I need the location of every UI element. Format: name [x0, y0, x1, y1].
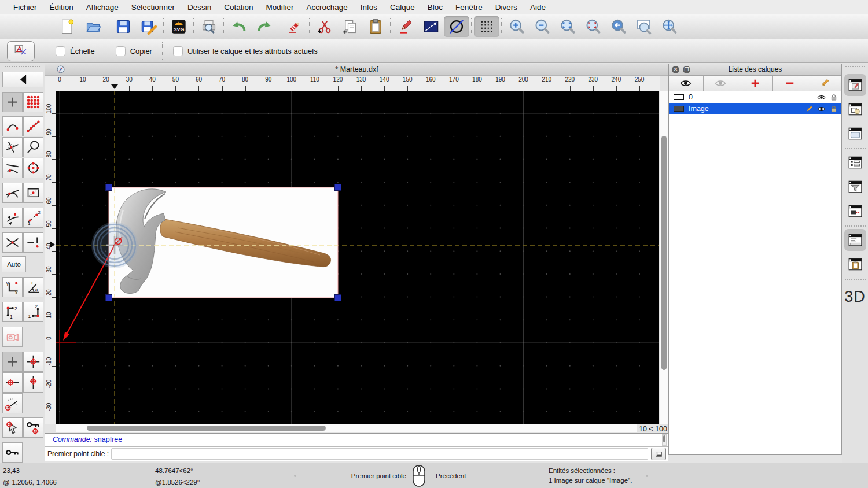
menu-item-modifier[interactable]: Modifier: [259, 3, 300, 12]
exclusive-snap-button[interactable]: [2, 327, 23, 347]
pen-palette-dock-button[interactable]: [844, 200, 866, 222]
draft-mode-button[interactable]: [444, 16, 469, 37]
hammer-image[interactable]: [56, 91, 659, 424]
snap-entity-handle-button[interactable]: [23, 137, 43, 157]
snap-free-button[interactable]: [2, 92, 23, 112]
toggle-all-visibility-button[interactable]: [669, 76, 704, 91]
close-panel-button[interactable]: ✕: [672, 66, 679, 73]
free-position-button[interactable]: [2, 352, 23, 372]
zoom-window-button[interactable]: [631, 16, 657, 37]
selection-handle-top-left[interactable]: [106, 184, 112, 191]
lock-button[interactable]: [2, 442, 23, 463]
option-checkbox-0[interactable]: Échelle: [56, 46, 95, 56]
grid-toggle-button[interactable]: [474, 16, 499, 37]
float-panel-button[interactable]: ❐: [683, 66, 690, 73]
save-as-button[interactable]: [136, 16, 161, 37]
menu-item-selectionner[interactable]: Sélectionner: [125, 3, 181, 12]
export-svg-button[interactable]: SVG: [166, 16, 192, 37]
snap-endpoints-button[interactable]: [2, 116, 23, 136]
auto-snap-button[interactable]: Auto: [2, 256, 26, 272]
edit-layer-button[interactable]: [807, 76, 841, 91]
restrict-horizontal-button[interactable]: [2, 372, 23, 393]
lock-relative-zero-button[interactable]: [23, 417, 43, 438]
explode-button[interactable]: [418, 16, 444, 37]
layer-list-dock-button[interactable]: [844, 74, 866, 96]
toolbar-drag-handle[interactable]: [845, 66, 865, 71]
restrict-directions-button[interactable]: [2, 208, 23, 228]
block-list-dock-button[interactable]: [844, 98, 866, 120]
menu-item-fichier[interactable]: Fichier: [7, 3, 43, 12]
add-layer-button[interactable]: [738, 76, 773, 91]
snap-intersection-button[interactable]: [2, 232, 23, 253]
selection-handle-bottom-right[interactable]: [335, 295, 341, 301]
zoom-previous-button[interactable]: [606, 16, 631, 37]
copy-button[interactable]: [337, 16, 363, 37]
clipboard-dock-button[interactable]: [844, 253, 866, 275]
new-document-button[interactable]: [55, 16, 80, 37]
relative-point-1-2-button[interactable]: 12: [2, 302, 23, 322]
selection-filter-dock-button[interactable]: [844, 176, 866, 198]
paste-button[interactable]: [363, 16, 388, 37]
snap-tangent-button[interactable]: [2, 183, 23, 203]
toggle-construction-visibility-button[interactable]: [704, 76, 738, 91]
undo-button[interactable]: [226, 16, 252, 37]
coordinates-cartesian-button[interactable]: yx: [2, 277, 23, 297]
zoom-in-button[interactable]: [504, 16, 529, 37]
layer-lock-icon[interactable]: [830, 105, 838, 113]
layer-lock-icon[interactable]: [830, 93, 838, 102]
menu-item-calque[interactable]: Calque: [384, 3, 421, 12]
zoom-selected-button[interactable]: [580, 16, 606, 37]
option-checkbox-1[interactable]: Copier: [116, 46, 152, 56]
layer-row-image[interactable]: Image: [669, 103, 841, 114]
zoom-auto-button[interactable]: [555, 16, 580, 37]
open-file-button[interactable]: [80, 16, 106, 37]
horizontal-scrollbar-thumb[interactable]: [87, 426, 326, 431]
menu-item-affichage[interactable]: Affichage: [80, 3, 125, 12]
layer-row-0[interactable]: 0: [669, 91, 841, 103]
command-history[interactable]: Commande: snapfree: [45, 433, 668, 447]
selection-handle-bottom-left[interactable]: [106, 295, 112, 301]
remove-layer-button[interactable]: [773, 76, 807, 91]
edit-attributes-button[interactable]: [393, 16, 418, 37]
horizontal-scrollbar[interactable]: [56, 424, 637, 432]
snap-grid-button[interactable]: [23, 92, 43, 112]
menu-item-divers[interactable]: Divers: [489, 3, 524, 12]
menu-item-infos[interactable]: Infos: [354, 3, 384, 12]
restrict-vertical-button[interactable]: [23, 372, 43, 393]
snap-nearest-button[interactable]: [2, 158, 23, 178]
vertical-scrollbar[interactable]: [660, 91, 668, 424]
coordinates-polar-button[interactable]: ra: [23, 277, 43, 297]
selection-handle-top-right[interactable]: [335, 184, 341, 191]
menu-item-bloc[interactable]: Bloc: [421, 3, 449, 12]
layer-visibility-icon[interactable]: [817, 105, 826, 113]
snap-crosshair-button[interactable]: [23, 352, 43, 372]
entity-list-dock-button[interactable]: [844, 151, 866, 173]
checkbox-box[interactable]: [56, 46, 65, 56]
command-widget-dock-button[interactable]: [844, 229, 866, 251]
checkbox-box[interactable]: [116, 46, 126, 56]
command-input[interactable]: [111, 448, 648, 460]
vertical-scrollbar-thumb[interactable]: [661, 136, 667, 370]
snap-distance-button[interactable]: [23, 232, 43, 253]
snap-angle-button[interactable]: [2, 393, 23, 413]
zoom-pan-button[interactable]: [657, 16, 682, 37]
move-copy-tool-button[interactable]: [7, 41, 35, 61]
snap-intersection-auto-button[interactable]: [2, 137, 23, 157]
menu-item-cotation[interactable]: Cotation: [218, 3, 259, 12]
drawing-canvas[interactable]: [56, 91, 659, 424]
snap-center-button[interactable]: [23, 158, 43, 178]
3d-view-button[interactable]: 3D: [844, 288, 866, 306]
snap-middle-button[interactable]: [23, 183, 43, 203]
set-relative-zero-button[interactable]: [2, 417, 23, 438]
layer-edit-icon[interactable]: [805, 105, 814, 113]
zoom-out-button[interactable]: [529, 16, 555, 37]
layer-visibility-icon[interactable]: [817, 93, 826, 102]
menu-item-accrochage[interactable]: Accrochage: [300, 3, 354, 12]
relative-point-2-1-button[interactable]: 12: [23, 302, 43, 322]
snap-two-points-button[interactable]: 12: [23, 208, 43, 228]
save-button[interactable]: [111, 16, 136, 37]
menu-item-fenetre[interactable]: Fenêtre: [449, 3, 489, 12]
print-preview-button[interactable]: [196, 16, 222, 37]
menu-item-edition[interactable]: Édition: [43, 3, 80, 12]
menu-item-dessin[interactable]: Dessin: [181, 3, 218, 12]
